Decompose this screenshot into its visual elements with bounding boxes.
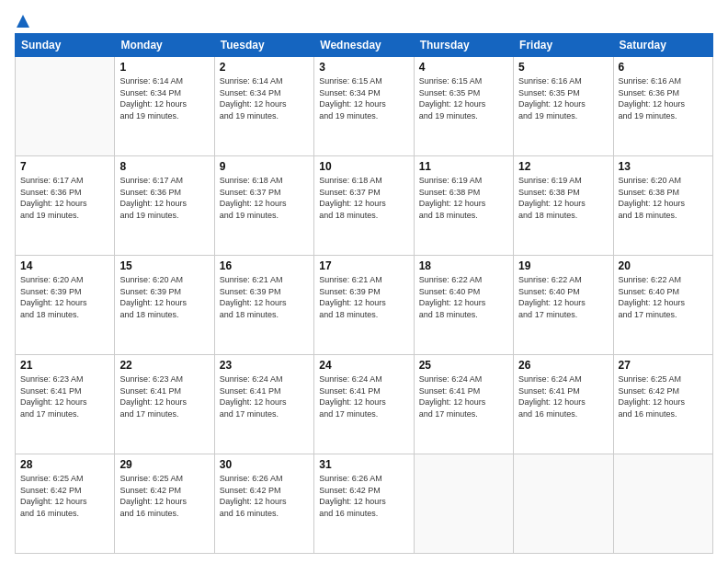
cell-content: Sunrise: 6:25 AM Sunset: 6:42 PM Dayligh… (119, 473, 209, 519)
day-header-sunday: Sunday (16, 34, 115, 57)
calendar-table: SundayMondayTuesdayWednesdayThursdayFrid… (15, 33, 713, 554)
calendar-cell: 10Sunrise: 6:18 AM Sunset: 6:37 PM Dayli… (314, 156, 414, 256)
cell-content: Sunrise: 6:14 AM Sunset: 6:34 PM Dayligh… (220, 75, 309, 121)
cell-content: Sunrise: 6:22 AM Sunset: 6:40 PM Dayligh… (518, 274, 608, 320)
day-number: 12 (518, 160, 608, 173)
day-header-friday: Friday (514, 34, 613, 57)
page: SundayMondayTuesdayWednesdayThursdayFrid… (0, 0, 728, 563)
day-header-saturday: Saturday (613, 34, 712, 57)
calendar-cell: 21Sunrise: 6:23 AM Sunset: 6:41 PM Dayli… (16, 355, 115, 454)
day-number: 4 (419, 61, 508, 74)
cell-content: Sunrise: 6:18 AM Sunset: 6:37 PM Dayligh… (319, 175, 408, 221)
cell-content: Sunrise: 6:17 AM Sunset: 6:36 PM Dayligh… (119, 175, 209, 221)
calendar-cell: 29Sunrise: 6:25 AM Sunset: 6:42 PM Dayli… (115, 454, 214, 554)
cell-content: Sunrise: 6:20 AM Sunset: 6:39 PM Dayligh… (119, 274, 209, 320)
day-number: 11 (419, 160, 508, 173)
day-header-tuesday: Tuesday (214, 34, 313, 57)
day-number: 28 (20, 458, 109, 471)
cell-content: Sunrise: 6:25 AM Sunset: 6:42 PM Dayligh… (20, 473, 109, 519)
logo (15, 13, 32, 26)
logo-triangle-icon (15, 13, 31, 29)
calendar-cell: 11Sunrise: 6:19 AM Sunset: 6:38 PM Dayli… (414, 156, 513, 256)
day-number: 1 (119, 61, 209, 74)
week-row-2: 14Sunrise: 6:20 AM Sunset: 6:39 PM Dayli… (16, 256, 713, 355)
day-number: 2 (220, 61, 309, 74)
day-number: 19 (518, 259, 608, 272)
calendar-cell: 6Sunrise: 6:16 AM Sunset: 6:36 PM Daylig… (613, 57, 712, 156)
calendar-cell (414, 454, 513, 554)
cell-content: Sunrise: 6:21 AM Sunset: 6:39 PM Dayligh… (220, 274, 309, 320)
calendar-cell: 17Sunrise: 6:21 AM Sunset: 6:39 PM Dayli… (314, 256, 414, 355)
cell-content: Sunrise: 6:24 AM Sunset: 6:41 PM Dayligh… (518, 373, 608, 419)
calendar-cell: 3Sunrise: 6:15 AM Sunset: 6:34 PM Daylig… (314, 57, 414, 156)
cell-content: Sunrise: 6:18 AM Sunset: 6:37 PM Dayligh… (220, 175, 309, 221)
day-number: 7 (20, 160, 109, 173)
calendar-cell: 31Sunrise: 6:26 AM Sunset: 6:42 PM Dayli… (314, 454, 414, 554)
calendar-cell (613, 454, 712, 554)
calendar-cell: 5Sunrise: 6:16 AM Sunset: 6:35 PM Daylig… (514, 57, 613, 156)
cell-content: Sunrise: 6:22 AM Sunset: 6:40 PM Dayligh… (419, 274, 508, 320)
calendar-cell: 12Sunrise: 6:19 AM Sunset: 6:38 PM Dayli… (514, 156, 613, 256)
calendar-cell: 20Sunrise: 6:22 AM Sunset: 6:40 PM Dayli… (613, 256, 712, 355)
day-number: 18 (419, 259, 508, 272)
calendar-body: 1Sunrise: 6:14 AM Sunset: 6:34 PM Daylig… (16, 57, 713, 554)
calendar-cell: 15Sunrise: 6:20 AM Sunset: 6:39 PM Dayli… (115, 256, 214, 355)
calendar-cell: 19Sunrise: 6:22 AM Sunset: 6:40 PM Dayli… (514, 256, 613, 355)
day-number: 24 (319, 359, 408, 372)
calendar-cell: 28Sunrise: 6:25 AM Sunset: 6:42 PM Dayli… (16, 454, 115, 554)
calendar-cell: 9Sunrise: 6:18 AM Sunset: 6:37 PM Daylig… (214, 156, 313, 256)
day-number: 30 (220, 458, 309, 471)
calendar-cell: 4Sunrise: 6:15 AM Sunset: 6:35 PM Daylig… (414, 57, 513, 156)
cell-content: Sunrise: 6:19 AM Sunset: 6:38 PM Dayligh… (419, 175, 508, 221)
day-number: 8 (119, 160, 209, 173)
cell-content: Sunrise: 6:24 AM Sunset: 6:41 PM Dayligh… (220, 373, 309, 419)
cell-content: Sunrise: 6:20 AM Sunset: 6:39 PM Dayligh… (20, 274, 109, 320)
calendar-cell: 18Sunrise: 6:22 AM Sunset: 6:40 PM Dayli… (414, 256, 513, 355)
day-number: 6 (619, 61, 708, 74)
day-number: 20 (619, 259, 708, 272)
cell-content: Sunrise: 6:15 AM Sunset: 6:34 PM Dayligh… (319, 75, 408, 121)
calendar-cell: 23Sunrise: 6:24 AM Sunset: 6:41 PM Dayli… (214, 355, 313, 454)
calendar-cell: 13Sunrise: 6:20 AM Sunset: 6:38 PM Dayli… (613, 156, 712, 256)
calendar-cell: 7Sunrise: 6:17 AM Sunset: 6:36 PM Daylig… (16, 156, 115, 256)
day-header-thursday: Thursday (414, 34, 513, 57)
cell-content: Sunrise: 6:16 AM Sunset: 6:35 PM Dayligh… (518, 75, 608, 121)
day-number: 3 (319, 61, 408, 74)
cell-content: Sunrise: 6:23 AM Sunset: 6:41 PM Dayligh… (119, 373, 209, 419)
calendar-cell (514, 454, 613, 554)
week-row-3: 21Sunrise: 6:23 AM Sunset: 6:41 PM Dayli… (16, 355, 713, 454)
calendar-cell: 27Sunrise: 6:25 AM Sunset: 6:42 PM Dayli… (613, 355, 712, 454)
day-number: 13 (619, 160, 708, 173)
cell-content: Sunrise: 6:22 AM Sunset: 6:40 PM Dayligh… (619, 274, 708, 320)
day-header-wednesday: Wednesday (314, 34, 414, 57)
week-row-1: 7Sunrise: 6:17 AM Sunset: 6:36 PM Daylig… (16, 156, 713, 256)
day-number: 21 (20, 359, 109, 372)
header (15, 13, 713, 26)
day-number: 26 (518, 359, 608, 372)
cell-content: Sunrise: 6:26 AM Sunset: 6:42 PM Dayligh… (220, 473, 309, 519)
svg-marker-0 (17, 15, 29, 28)
cell-content: Sunrise: 6:24 AM Sunset: 6:41 PM Dayligh… (419, 373, 508, 419)
calendar-cell: 26Sunrise: 6:24 AM Sunset: 6:41 PM Dayli… (514, 355, 613, 454)
calendar-cell: 22Sunrise: 6:23 AM Sunset: 6:41 PM Dayli… (115, 355, 214, 454)
day-number: 25 (419, 359, 508, 372)
day-number: 22 (119, 359, 209, 372)
day-number: 31 (319, 458, 408, 471)
calendar-cell: 25Sunrise: 6:24 AM Sunset: 6:41 PM Dayli… (414, 355, 513, 454)
day-number: 5 (518, 61, 608, 74)
day-number: 9 (220, 160, 309, 173)
day-number: 27 (619, 359, 708, 372)
cell-content: Sunrise: 6:24 AM Sunset: 6:41 PM Dayligh… (319, 373, 408, 419)
cell-content: Sunrise: 6:16 AM Sunset: 6:36 PM Dayligh… (619, 75, 708, 121)
week-row-0: 1Sunrise: 6:14 AM Sunset: 6:34 PM Daylig… (16, 57, 713, 156)
day-number: 29 (119, 458, 209, 471)
cell-content: Sunrise: 6:14 AM Sunset: 6:34 PM Dayligh… (119, 75, 209, 121)
cell-content: Sunrise: 6:26 AM Sunset: 6:42 PM Dayligh… (319, 473, 408, 519)
calendar-cell: 2Sunrise: 6:14 AM Sunset: 6:34 PM Daylig… (214, 57, 313, 156)
day-number: 23 (220, 359, 309, 372)
day-header-monday: Monday (115, 34, 214, 57)
calendar-cell (16, 57, 115, 156)
cell-content: Sunrise: 6:23 AM Sunset: 6:41 PM Dayligh… (20, 373, 109, 419)
calendar-cell: 24Sunrise: 6:24 AM Sunset: 6:41 PM Dayli… (314, 355, 414, 454)
day-number: 15 (119, 259, 209, 272)
